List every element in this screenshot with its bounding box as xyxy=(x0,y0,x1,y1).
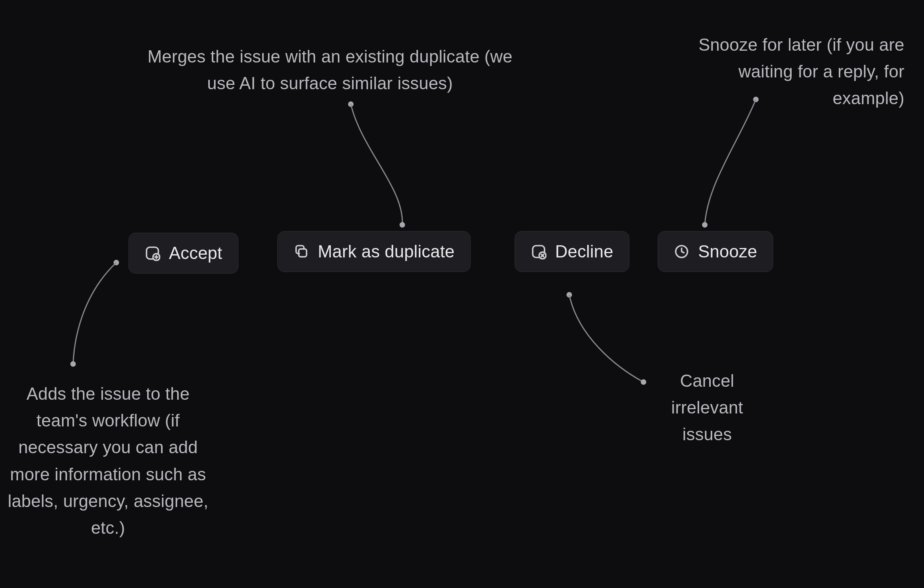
svg-rect-4 xyxy=(299,249,306,257)
snooze-button-label: Snooze xyxy=(698,242,757,261)
svg-point-16 xyxy=(566,292,572,298)
svg-point-14 xyxy=(114,260,119,265)
annotation-accept: Adds the issue to the team's workflow (i… xyxy=(4,380,212,541)
svg-point-10 xyxy=(348,101,354,107)
svg-point-11 xyxy=(400,222,405,228)
decline-button[interactable]: Decline xyxy=(515,231,629,272)
accept-button-label: Accept xyxy=(169,243,222,263)
accept-add-icon xyxy=(145,245,160,261)
svg-point-13 xyxy=(702,222,708,228)
clock-icon xyxy=(674,244,689,259)
duplicate-icon xyxy=(293,244,309,259)
svg-point-17 xyxy=(641,379,646,385)
mark-duplicate-button-label: Mark as duplicate xyxy=(318,242,455,261)
mark-duplicate-button[interactable]: Mark as duplicate xyxy=(277,231,471,272)
snooze-button[interactable]: Snooze xyxy=(658,231,773,272)
annotation-decline: Cancel irrelevant issues xyxy=(656,368,758,448)
annotation-snooze: Snooze for later (if you are waiting for… xyxy=(696,31,904,112)
decline-button-label: Decline xyxy=(555,242,613,261)
annotation-duplicate: Merges the issue with an existing duplic… xyxy=(134,43,526,97)
svg-point-15 xyxy=(70,361,76,367)
decline-remove-icon xyxy=(531,244,546,259)
diagram-canvas: Accept Mark as duplicate Decline xyxy=(0,0,924,588)
accept-button[interactable]: Accept xyxy=(128,233,238,274)
